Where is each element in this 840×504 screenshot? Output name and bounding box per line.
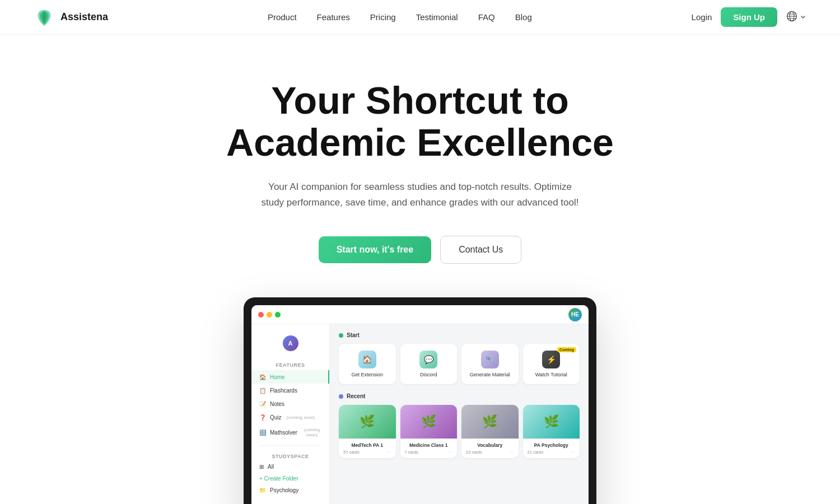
sidebar-avatar: A <box>283 335 298 351</box>
sidebar-divider <box>259 445 321 446</box>
sidebar-item-mathsolver[interactable]: 🔢 Mathsolver (coming soon) <box>251 424 329 441</box>
window-controls <box>258 312 281 318</box>
nav-faq[interactable]: FAQ <box>478 12 495 22</box>
device-frame: HE A Features 🏠 Home <box>244 297 596 504</box>
notes-icon: 📝 <box>259 400 266 407</box>
sidebar-folder-psychology[interactable]: 📁 Psychology <box>251 485 329 496</box>
sidebar-item-flashcards[interactable]: 📋 Flashcards <box>251 384 329 397</box>
medtech-more-icon[interactable]: ··· <box>387 449 391 455</box>
recent-card-medtech[interactable]: 🌿 MedTech PA 1 57 cards ··· <box>339 405 396 458</box>
start-free-button[interactable]: Start now, it's free <box>319 236 431 263</box>
sidebar-item-notes[interactable]: 📝 Notes <box>251 397 329 410</box>
app-main: Start 🏠 Get Extension 💬 Discord <box>330 324 589 504</box>
nav-testimonial[interactable]: Testimonial <box>416 12 458 22</box>
nav-product[interactable]: Product <box>268 12 297 22</box>
language-selector[interactable] <box>786 11 806 24</box>
hero-section: Your Shortcut to Academic Excellence You… <box>0 35 840 504</box>
hero-subtitle: Your AI companion for seamless studies a… <box>258 179 582 212</box>
hero-title: Your Shortcut to Academic Excellence <box>226 80 614 164</box>
folder-sub-icon: 📁 <box>259 487 266 493</box>
nav-pricing[interactable]: Pricing <box>370 12 396 22</box>
medicine-more-icon[interactable]: ··· <box>448 449 452 455</box>
contact-us-button[interactable]: Contact Us <box>440 236 521 264</box>
sidebar-studyspace-label: Studyspace <box>251 450 329 461</box>
sidebar-item-quiz[interactable]: ❓ Quiz (coming soon) <box>251 410 329 424</box>
psychology-more-icon[interactable]: ··· <box>571 449 575 455</box>
quiz-icon: ❓ <box>259 414 266 421</box>
sidebar-folder-all[interactable]: ⊞ All <box>251 461 329 472</box>
close-dot <box>258 312 264 318</box>
medicine-thumb: 🌿 <box>400 405 458 438</box>
sidebar-features-label: Features <box>251 359 329 370</box>
chevron-down-icon <box>800 13 806 22</box>
medicine-info: Medicine Class 1 7 cards ··· <box>400 438 458 458</box>
recent-card-medicine[interactable]: 🌿 Medicine Class 1 7 cards ··· <box>400 405 458 458</box>
login-button[interactable]: Login <box>692 12 712 22</box>
coming-badge: Coming <box>557 347 576 352</box>
psychology-thumb: 🌿 <box>523 405 580 438</box>
device-screen: A Features 🏠 Home 📋 Flashcards 📝 <box>251 305 589 504</box>
quick-card-tutorial[interactable]: ⚡ Coming Watch Tutorial <box>523 344 580 384</box>
psychology-info: PA Psychology 21 cards ··· <box>523 438 580 458</box>
tutorial-icon: ⚡ <box>542 351 560 368</box>
extension-icon: 🏠 <box>358 351 376 368</box>
generate-icon: 🔧 <box>481 351 499 368</box>
sidebar-user: A <box>251 331 329 359</box>
recent-card-psychology[interactable]: 🌿 PA Psychology 21 cards ··· <box>523 405 580 458</box>
recent-section-title: Recent <box>339 393 580 399</box>
recent-card-vocab[interactable]: 🌿 Vocabulary 23 cards ··· <box>461 405 519 458</box>
quick-cards-grid: 🏠 Get Extension 💬 Discord 🔧 Generate Mat… <box>339 344 580 384</box>
vocab-thumb: 🌿 <box>461 405 519 438</box>
medtech-thumb: 🌿 <box>339 405 396 438</box>
maximize-dot <box>275 312 281 318</box>
sidebar-item-home[interactable]: 🏠 Home <box>251 370 329 384</box>
brand-logo[interactable]: Assistena <box>34 7 108 28</box>
medtech-info: MedTech PA 1 57 cards ··· <box>339 438 396 458</box>
sidebar-create-folder[interactable]: + Create Folder <box>251 472 329 485</box>
logo-icon <box>34 7 55 28</box>
globe-icon <box>786 11 797 24</box>
recent-cards-grid: 🌿 MedTech PA 1 57 cards ··· <box>339 405 580 458</box>
quick-card-extension[interactable]: 🏠 Get Extension <box>339 344 396 384</box>
quick-card-discord[interactable]: 💬 Discord <box>400 344 458 384</box>
nav-links: Product Features Pricing Testimonial FAQ… <box>268 12 532 22</box>
nav-features[interactable]: Features <box>317 12 350 22</box>
nav-blog[interactable]: Blog <box>515 12 532 22</box>
navbar: Assistena Product Features Pricing Testi… <box>0 0 840 35</box>
home-icon: 🏠 <box>259 374 266 380</box>
app-inner: A Features 🏠 Home 📋 Flashcards 📝 <box>251 324 589 504</box>
hero-buttons: Start now, it's free Contact Us <box>319 236 522 264</box>
app-sidebar: A Features 🏠 Home 📋 Flashcards 📝 <box>251 324 330 504</box>
user-avatar: HE <box>568 308 582 321</box>
nav-right: Login Sign Up <box>692 7 806 27</box>
app-preview: HE A Features 🏠 Home <box>34 297 806 504</box>
quick-card-generate[interactable]: 🔧 Generate Material <box>461 344 519 384</box>
discord-icon: 💬 <box>419 351 437 368</box>
minimize-dot <box>267 312 272 318</box>
vocab-info: Vocabulary 23 cards ··· <box>461 438 519 458</box>
folder-icon: ⊞ <box>259 464 264 470</box>
vocab-more-icon[interactable]: ··· <box>510 449 514 455</box>
flashcards-icon: 📋 <box>259 387 266 394</box>
start-section-title: Start <box>339 332 580 338</box>
mathsolver-icon: 🔢 <box>259 429 266 436</box>
brand-name: Assistena <box>60 11 108 23</box>
signup-button[interactable]: Sign Up <box>721 7 777 27</box>
